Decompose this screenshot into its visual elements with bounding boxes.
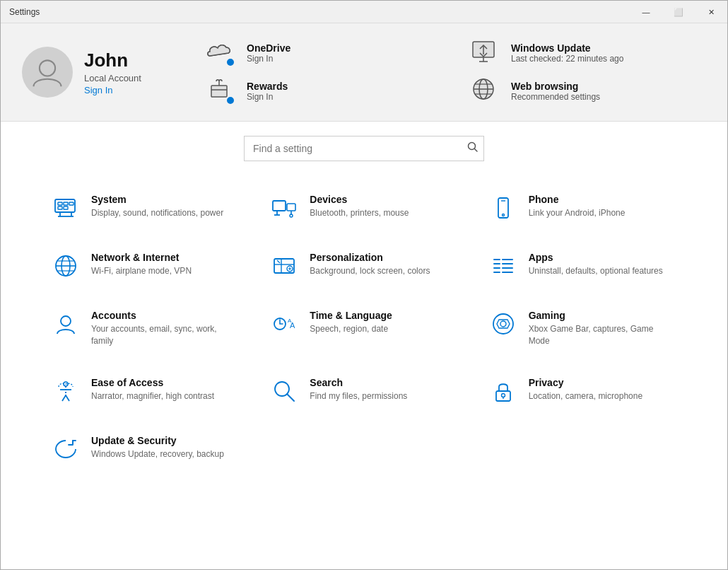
windows-update-icon-wrap — [470, 37, 501, 69]
user-info: John Local Account Sign In — [84, 50, 141, 95]
search-wrapper — [244, 136, 484, 161]
accounts-desc: Your accounts, email, sync, work, family — [91, 323, 239, 347]
web-browsing-desc: Recommended settings — [511, 92, 600, 102]
phone-text: Phone Link your Android, iPhone — [529, 194, 626, 219]
time-language-icon: A A — [270, 310, 298, 338]
apps-icon — [489, 252, 517, 280]
gaming-label: Gaming — [529, 310, 676, 321]
setting-ease-of-access[interactable]: Ease of Access Narrator, magnifier, high… — [43, 366, 247, 417]
apps-label: Apps — [529, 252, 663, 263]
search-setting-icon — [270, 377, 298, 405]
personalization-icon — [270, 252, 298, 280]
system-icon — [52, 194, 80, 222]
header: John Local Account Sign In OneDrive Sign… — [1, 23, 727, 122]
onedrive-text: OneDrive Sign In — [247, 42, 290, 64]
service-web-browsing[interactable]: Web browsing Recommended settings — [470, 76, 706, 107]
sign-in-link[interactable]: Sign In — [84, 85, 141, 95]
privacy-text: Privacy Location, camera, microphone — [529, 377, 642, 402]
rewards-icon-wrap — [206, 76, 237, 107]
setting-apps[interactable]: Apps Uninstall, defaults, optional featu… — [481, 240, 685, 291]
service-onedrive[interactable]: OneDrive Sign In — [206, 37, 442, 69]
setting-update-security[interactable]: Update & Security Windows Update, recove… — [43, 424, 247, 475]
svg-point-0 — [40, 60, 55, 76]
svg-rect-11 — [64, 207, 68, 209]
devices-desc: Bluetooth, printers, mouse — [310, 207, 409, 219]
system-desc: Display, sound, notifications, power — [91, 207, 223, 219]
rewards-text: Rewards Sign In — [247, 81, 288, 102]
system-text: System Display, sound, notifications, po… — [91, 194, 223, 219]
search-desc: Find my files, permissions — [310, 390, 407, 402]
svg-rect-28 — [502, 272, 513, 273]
update-security-text: Update & Security Windows Update, recove… — [91, 435, 224, 460]
setting-accounts[interactable]: Accounts Your accounts, email, sync, wor… — [43, 298, 247, 359]
apps-desc: Uninstall, defaults, optional features — [529, 265, 663, 277]
web-browsing-text: Web browsing Recommended settings — [511, 81, 600, 102]
setting-network[interactable]: Network & Internet Wi-Fi, airplane mode,… — [43, 240, 247, 291]
svg-point-29 — [61, 316, 71, 326]
onedrive-name: OneDrive — [247, 42, 290, 54]
update-security-label: Update & Security — [91, 435, 224, 446]
setting-gaming[interactable]: Gaming Xbox Game Bar, captures, Game Mod… — [481, 298, 685, 359]
search-label: Search — [310, 377, 407, 388]
search-icon-button[interactable] — [467, 141, 479, 156]
user-section: John Local Account Sign In — [22, 47, 177, 98]
main-content: System Display, sound, notifications, po… — [1, 122, 727, 570]
network-text: Network & Internet Wi-Fi, airplane mode,… — [91, 252, 192, 277]
network-label: Network & Internet — [91, 252, 192, 263]
setting-devices[interactable]: Devices Bluetooth, printers, mouse — [262, 182, 466, 233]
update-security-desc: Windows Update, recovery, backup — [91, 448, 224, 460]
search-text: Search Find my files, permissions — [310, 377, 407, 402]
privacy-label: Privacy — [529, 377, 642, 388]
gaming-text: Gaming Xbox Game Bar, captures, Game Mod… — [529, 310, 676, 347]
minimize-button[interactable]: — — [630, 1, 662, 23]
setting-system[interactable]: System Display, sound, notifications, po… — [43, 182, 247, 233]
setting-privacy[interactable]: Privacy Location, camera, microphone — [481, 366, 685, 417]
svg-point-38 — [501, 393, 505, 397]
setting-search[interactable]: Search Find my files, permissions — [262, 366, 466, 417]
titlebar-controls: — ⬜ ✕ — [630, 1, 727, 23]
svg-point-33 — [493, 314, 513, 334]
svg-rect-22 — [502, 259, 513, 260]
web-browsing-name: Web browsing — [511, 81, 600, 92]
svg-rect-7 — [58, 202, 62, 205]
windows-update-text: Windows Update Last checked: 22 minutes … — [511, 42, 623, 64]
accounts-text: Accounts Your accounts, email, sync, wor… — [91, 310, 239, 347]
user-name: John — [84, 50, 141, 71]
avatar — [22, 47, 73, 98]
settings-grid: System Display, sound, notifications, po… — [43, 182, 685, 475]
setting-phone[interactable]: Phone Link your Android, iPhone — [481, 182, 685, 233]
service-rewards[interactable]: Rewards Sign In — [206, 76, 442, 107]
gaming-icon — [489, 310, 517, 338]
network-desc: Wi-Fi, airplane mode, VPN — [91, 265, 192, 277]
onedrive-icon-wrap — [206, 37, 237, 69]
svg-rect-37 — [496, 391, 510, 401]
svg-rect-21 — [493, 259, 500, 260]
rewards-dot — [225, 95, 235, 105]
personalization-text: Personalization Background, lock screen,… — [310, 252, 430, 277]
system-label: System — [91, 194, 223, 205]
service-windows-update[interactable]: Windows Update Last checked: 22 minutes … — [470, 37, 706, 69]
search-input[interactable] — [244, 136, 484, 161]
personalization-desc: Background, lock screen, colors — [310, 265, 430, 277]
maximize-button[interactable]: ⬜ — [662, 1, 695, 23]
time-language-text: Time & Language Speech, region, date — [310, 310, 392, 335]
ease-of-access-desc: Narrator, magnifier, high contrast — [91, 390, 214, 402]
svg-rect-10 — [58, 207, 62, 209]
svg-rect-26 — [502, 267, 513, 269]
setting-time-language[interactable]: A A Time & Language Speech, region, date — [262, 298, 466, 359]
setting-personalization[interactable]: Personalization Background, lock screen,… — [262, 240, 466, 291]
search-bar — [43, 136, 685, 161]
titlebar: Settings — ⬜ ✕ — [1, 1, 727, 23]
svg-rect-25 — [493, 267, 500, 269]
phone-desc: Link your Android, iPhone — [529, 207, 626, 219]
titlebar-title: Settings — [9, 7, 40, 17]
svg-rect-8 — [64, 202, 68, 205]
windows-update-desc: Last checked: 22 minutes ago — [511, 54, 623, 64]
ease-of-access-text: Ease of Access Narrator, magnifier, high… — [91, 377, 214, 402]
time-language-desc: Speech, region, date — [310, 323, 392, 335]
network-icon — [52, 252, 80, 280]
svg-rect-24 — [502, 263, 513, 264]
close-button[interactable]: ✕ — [695, 1, 727, 23]
gaming-desc: Xbox Game Bar, captures, Game Mode — [529, 323, 676, 347]
svg-point-34 — [500, 321, 506, 327]
